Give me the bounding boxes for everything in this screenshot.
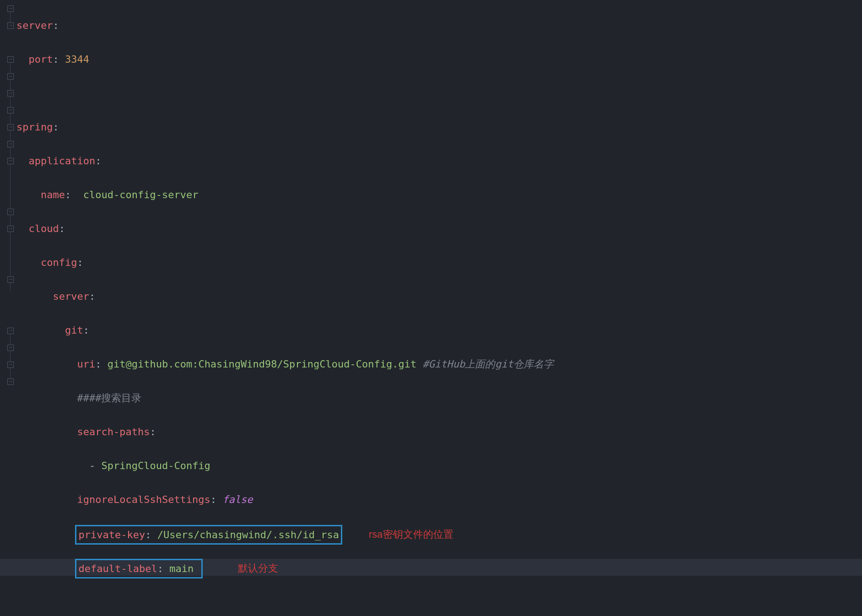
yaml-value: cloud-config-server bbox=[83, 189, 199, 200]
yaml-key: port bbox=[29, 54, 53, 65]
fold-toggle-icon[interactable]: − bbox=[7, 362, 14, 368]
code-area[interactable]: server: port: 3344 spring: application: … bbox=[15, 0, 862, 616]
highlight-box: private-key: /Users/chasingwind/.ssh/id_… bbox=[75, 525, 342, 545]
yaml-key: uri bbox=[77, 358, 95, 370]
fold-toggle-icon[interactable]: − bbox=[7, 209, 14, 215]
yaml-value: main bbox=[169, 563, 194, 574]
yaml-key: private-key bbox=[78, 529, 145, 540]
yaml-value: 3344 bbox=[65, 54, 89, 65]
code-line[interactable]: port: 3344 bbox=[16, 51, 862, 68]
fold-toggle-icon[interactable]: − bbox=[7, 226, 14, 232]
code-line[interactable]: server: bbox=[16, 17, 862, 34]
yaml-key: config bbox=[41, 257, 77, 268]
fold-toggle-icon[interactable]: − bbox=[7, 276, 14, 283]
fold-toggle-icon[interactable]: − bbox=[7, 107, 14, 113]
code-line[interactable]: git: bbox=[16, 322, 862, 339]
code-line[interactable]: private-key: /Users/chasingwind/.ssh/id_… bbox=[16, 525, 862, 542]
yaml-value: git@github.com:ChasingWind98/SpringCloud… bbox=[108, 358, 417, 370]
fold-toggle-icon[interactable]: − bbox=[7, 345, 14, 351]
code-line[interactable]: search-paths: bbox=[16, 423, 862, 440]
yaml-value: /Users/chasingwind/.ssh/id_rsa bbox=[157, 529, 339, 540]
code-line[interactable]: config: bbox=[16, 254, 862, 271]
yaml-key: name bbox=[41, 189, 65, 200]
code-line[interactable]: name: cloud-config-server bbox=[16, 186, 862, 203]
code-line[interactable]: ####搜索目录 bbox=[16, 389, 862, 406]
fold-gutter: − − − − − − − − − − − − − − − − bbox=[0, 0, 15, 616]
code-line[interactable] bbox=[16, 85, 862, 102]
code-line[interactable]: cloud: bbox=[16, 220, 862, 237]
code-line[interactable]: default-label: main 默认分支 bbox=[0, 559, 862, 576]
code-line[interactable]: server: bbox=[16, 288, 862, 305]
annotation-text: rsa密钥文件的位置 bbox=[369, 526, 453, 543]
yaml-key: spring bbox=[16, 121, 53, 133]
yaml-key: search-paths bbox=[77, 426, 150, 438]
fold-toggle-icon[interactable]: − bbox=[7, 90, 14, 97]
code-editor[interactable]: − − − − − − − − − − − − − − − − server: … bbox=[0, 0, 862, 616]
fold-toggle-icon[interactable]: − bbox=[7, 141, 14, 147]
fold-toggle-icon[interactable]: − bbox=[7, 378, 14, 385]
annotation-text: 默认分支 bbox=[238, 560, 278, 577]
yaml-comment: ####搜索目录 bbox=[77, 392, 141, 404]
yaml-key: default-label bbox=[78, 563, 157, 574]
code-line[interactable]: - SpringCloud-Config bbox=[16, 457, 862, 474]
fold-toggle-icon[interactable]: − bbox=[7, 22, 14, 29]
fold-toggle-icon[interactable]: − bbox=[7, 5, 14, 12]
code-line[interactable]: application: bbox=[16, 152, 862, 169]
yaml-comment: #GitHub上面的git仓库名字 bbox=[422, 358, 553, 370]
code-line[interactable]: ignoreLocalSshSettings: false bbox=[16, 491, 862, 508]
yaml-key: server bbox=[16, 20, 53, 31]
fold-toggle-icon[interactable]: − bbox=[7, 56, 14, 63]
yaml-key: application bbox=[29, 155, 96, 167]
yaml-key: cloud bbox=[29, 223, 59, 234]
fold-toggle-icon[interactable]: − bbox=[7, 124, 14, 130]
fold-toggle-icon[interactable]: − bbox=[7, 328, 14, 334]
highlight-box: default-label: main bbox=[75, 559, 203, 578]
yaml-value: SpringCloud-Config bbox=[101, 460, 210, 471]
yaml-value: false bbox=[222, 494, 253, 505]
code-line[interactable]: spring: bbox=[16, 119, 862, 135]
code-line[interactable]: uri: git@github.com:ChasingWind98/Spring… bbox=[16, 356, 862, 373]
yaml-key: ignoreLocalSshSettings bbox=[77, 494, 210, 505]
code-line[interactable] bbox=[16, 593, 862, 610]
fold-toggle-icon[interactable]: − bbox=[7, 73, 14, 80]
yaml-key: server bbox=[53, 291, 89, 302]
fold-toggle-icon[interactable]: − bbox=[7, 158, 14, 164]
yaml-key: git bbox=[65, 324, 83, 336]
